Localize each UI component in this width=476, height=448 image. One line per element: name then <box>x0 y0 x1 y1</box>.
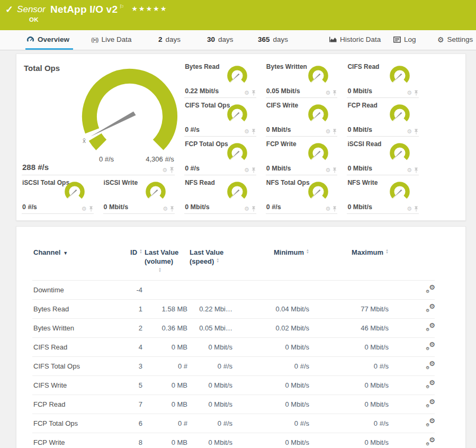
gauge-tile: FCP Total Ops 0 #/s ⚙ <box>184 137 256 175</box>
gauge-chart <box>388 64 411 87</box>
maximum-value: 0 Mbit/s <box>310 395 390 414</box>
channel-id: 3 <box>120 357 143 376</box>
gauge-value: 0 #/s <box>266 203 281 211</box>
sensor-kind-label: Sensor <box>17 4 46 15</box>
gauge-value: 0 #/s <box>185 126 200 133</box>
minimum-value: 0 Mbit/s <box>233 338 310 357</box>
channel-settings-icon[interactable]: ⚙⚙ <box>426 437 435 445</box>
column-header-minimum[interactable]: Minimum▲▼ <box>233 238 310 281</box>
minimum-value: 0 Mbit/s <box>233 395 310 414</box>
column-header-minimum-label: Minimum <box>274 248 304 256</box>
pin-icon[interactable] <box>252 129 256 135</box>
pin-icon[interactable] <box>414 167 418 173</box>
last-value-volume: 0.36 MB <box>143 319 188 338</box>
channel-settings-icon[interactable]: ⚙⚙ <box>426 380 435 388</box>
gear-icon[interactable]: ⚙ <box>244 206 249 212</box>
tab-overview[interactable]: Overview <box>26 35 69 43</box>
gear-icon[interactable]: ⚙ <box>163 206 168 212</box>
area-chart-icon <box>329 37 337 43</box>
column-header-channel-label: Channel <box>33 248 60 256</box>
gear-icon[interactable]: ⚙ <box>407 129 412 135</box>
sort-icon: ▲▼ <box>385 249 389 254</box>
pin-icon[interactable] <box>252 167 256 173</box>
channel-name: Downtime <box>32 281 120 300</box>
pin-icon[interactable] <box>169 167 174 173</box>
log-icon <box>393 37 401 43</box>
last-value-volume: 0 MB <box>143 376 188 395</box>
column-header-maximum[interactable]: Maximum▲▼ <box>310 238 390 281</box>
channel-settings-icon[interactable]: ⚙⚙ <box>426 418 435 426</box>
gear-icon[interactable]: ⚙ <box>244 129 249 135</box>
minimum-value: 0 Mbit/s <box>233 433 310 448</box>
channel-settings-icon[interactable]: ⚙⚙ <box>426 342 435 350</box>
column-header-last-volume[interactable]: Last Value (volume) ▲▼ <box>143 238 188 281</box>
channel-settings-icon[interactable]: ⚙⚙ <box>426 323 435 331</box>
channel-name: FCP Write <box>32 433 120 448</box>
gauge-tile: iSCSI Write 0 Mbit/s ⚙ <box>103 175 175 214</box>
gauge-value: 0 #/s <box>22 203 37 211</box>
tab-historic-data[interactable]: Historic Data <box>329 35 381 43</box>
minimum-value: 0 #/s <box>233 414 310 433</box>
gear-icon[interactable]: ⚙ <box>326 90 331 96</box>
channel-settings-icon[interactable]: ⚙⚙ <box>426 304 435 312</box>
tab-settings[interactable]: ⚙ Settings <box>437 35 473 43</box>
last-value-volume: 0 MB <box>143 338 188 357</box>
pin-icon[interactable] <box>170 206 174 212</box>
priority-flag-icon[interactable]: ⚐ <box>119 4 124 10</box>
column-header-last-volume-label: Last Value <box>145 248 187 257</box>
gauge-title: iSCSI Write <box>104 179 138 186</box>
gear-icon[interactable]: ⚙ <box>162 167 167 173</box>
sort-icon: ▲▼ <box>139 249 142 254</box>
table-row: Bytes Read 1 1.58 MB 0.22 Mbi… 0.04 Mbit… <box>32 300 435 319</box>
last-value-volume: 0 # <box>143 414 188 433</box>
total-ops-gauge-chart: x̄ <box>77 64 183 169</box>
column-header-speed-sub: (speed) <box>190 257 214 265</box>
gauge-chart <box>388 103 411 126</box>
pin-icon[interactable] <box>333 90 337 96</box>
gauge-title: FCP Write <box>266 140 297 148</box>
gauge-value: 0 Mbit/s <box>347 87 372 95</box>
gauge-value: 0 #/s <box>185 165 200 172</box>
channel-id: 1 <box>120 300 143 319</box>
maximum-value: 0 Mbit/s <box>310 376 390 395</box>
tab-30-days[interactable]: 30 days <box>207 35 233 43</box>
gauge-chart <box>226 64 249 87</box>
pin-icon[interactable] <box>333 206 337 212</box>
channel-settings-icon[interactable]: ⚙⚙ <box>426 285 435 293</box>
broadcast-icon: ((•)) <box>91 37 98 43</box>
gear-icon[interactable]: ⚙ <box>407 167 412 173</box>
tab-log[interactable]: Log <box>393 35 416 43</box>
pin-icon[interactable] <box>89 206 93 212</box>
pin-icon[interactable] <box>252 90 256 96</box>
gear-icon[interactable]: ⚙ <box>407 90 412 96</box>
pin-icon[interactable] <box>333 129 337 135</box>
gauge-title: NFS Total Ops <box>266 179 310 186</box>
column-header-last-speed[interactable]: Last Value (speed)▲▼ <box>188 238 233 281</box>
gear-icon[interactable]: ⚙ <box>244 167 249 173</box>
last-value-speed: 0.22 Mbi… <box>188 300 233 319</box>
gauge-value: 0 Mbit/s <box>347 203 372 211</box>
pin-icon[interactable] <box>252 206 256 212</box>
gear-icon[interactable]: ⚙ <box>82 206 87 212</box>
channel-settings-icon[interactable]: ⚙⚙ <box>426 399 435 407</box>
tab-365-days[interactable]: 365 days <box>258 35 288 43</box>
gear-icon[interactable]: ⚙ <box>244 90 249 96</box>
priority-stars[interactable]: ★★★★★ <box>131 4 167 14</box>
pin-icon[interactable] <box>414 129 418 135</box>
column-header-channel[interactable]: Channel▼ <box>32 238 120 281</box>
gear-icon[interactable]: ⚙ <box>326 206 331 212</box>
channel-settings-icon[interactable]: ⚙⚙ <box>426 361 435 369</box>
gear-icon[interactable]: ⚙ <box>407 206 412 212</box>
table-row: CIFS Total Ops 3 0 # 0 #/s 0 #/s 0 #/s ⚙… <box>32 357 435 376</box>
channel-name: FCP Total Ops <box>32 414 120 433</box>
last-value-speed: 0.05 Mbi… <box>188 319 233 338</box>
tab-bar: Overview ((•)) Live Data 2 days 30 days … <box>0 30 476 50</box>
tab-2-days[interactable]: 2 days <box>158 35 181 43</box>
column-header-id[interactable]: ID▲▼ <box>120 238 143 281</box>
gear-icon[interactable]: ⚙ <box>326 167 331 173</box>
gear-icon[interactable]: ⚙ <box>326 129 331 135</box>
tab-live-data[interactable]: ((•)) Live Data <box>91 35 132 43</box>
pin-icon[interactable] <box>333 167 337 173</box>
pin-icon[interactable] <box>414 90 418 96</box>
pin-icon[interactable] <box>414 206 418 212</box>
